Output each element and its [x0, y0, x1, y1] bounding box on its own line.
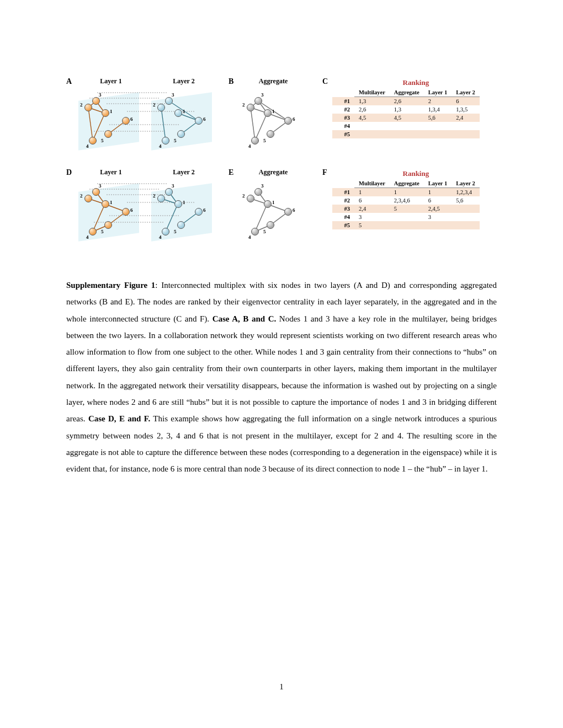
panel-letter-E: E: [229, 168, 238, 177]
ranking-title: Ranking: [352, 78, 480, 87]
ranking-table: Multilayer Aggregate Layer 1 Layer 2 #11…: [332, 88, 480, 138]
panel-D-layer1: Layer 1 1 2: [76, 168, 146, 244]
figure-row-1: A Layer 1: [66, 77, 497, 153]
panels-A-layers: Layer 1 1 2: [76, 77, 222, 153]
svg-line-38: [166, 204, 178, 232]
panel-letter-C: C: [322, 77, 332, 86]
figure-caption: Supplementary Figure 1: Interconnected m…: [66, 277, 497, 478]
panel-letter-B: B: [229, 77, 238, 86]
network-layer1-D: 1 2 3 4 5 6: [76, 178, 142, 244]
svg-line-15: [161, 108, 166, 141]
svg-line-21: [251, 108, 255, 141]
panel-letter-D: D: [66, 168, 76, 177]
panel-B-aggregate: Aggregate 1 2 3 4: [238, 77, 308, 153]
network-layer2-D: 1 2 3 4 5 6: [149, 178, 215, 244]
figure-row-2: D Layer 1: [66, 168, 497, 244]
network-layer2-A: 1 2 3 4 5 6: [149, 87, 215, 153]
panel-letter-F: F: [322, 168, 332, 177]
caption-lead: Supplementary Figure 1: [66, 281, 155, 290]
network-aggregate-E: 1 2 3 4 5 6: [238, 178, 305, 244]
caption-caseDEF: Case D, E and F.: [88, 414, 150, 423]
caption-body2: Nodes 1 and 3 have a key role in the mul…: [66, 314, 497, 424]
caption-body3: This example shows how aggregating the f…: [66, 414, 497, 473]
aggregate-label: Aggregate: [259, 168, 288, 176]
caption-caseABC: Case A, B and C.: [213, 314, 277, 323]
page-number: 1: [0, 682, 563, 692]
panels-D-layers: Layer 1 1 2: [76, 168, 222, 244]
panel-A-layer2: Layer 2 1 2 3 4 5: [149, 77, 219, 153]
svg-line-10: [88, 108, 93, 141]
svg-line-8: [93, 113, 105, 141]
aggregate-label: Aggregate: [259, 77, 288, 85]
ranking-title: Ranking: [352, 169, 480, 178]
ranking-table-F: Ranking Multilayer Aggregate Layer 1 Lay…: [332, 169, 480, 229]
page: A Layer 1: [0, 0, 563, 728]
network-layer1-A: 1 2 3 4 5 6: [76, 87, 142, 153]
panel-E-aggregate: Aggregate 1 2 3 4 5 6: [238, 168, 308, 244]
panel-D-layer2: Layer 2 1 2 3 4 5: [149, 168, 219, 244]
network-aggregate-B: 1 2 3 4 5 6: [238, 87, 305, 153]
panel-A-layer1: Layer 1 1 2: [76, 77, 146, 153]
panel-letter-A: A: [66, 77, 76, 86]
ranking-table-C: Ranking Multilayer Aggregate Layer 1 Lay…: [332, 78, 480, 138]
ranking-table: Multilayer Aggregate Layer 1 Layer 2 #11…: [332, 179, 480, 229]
svg-line-18: [255, 113, 267, 141]
